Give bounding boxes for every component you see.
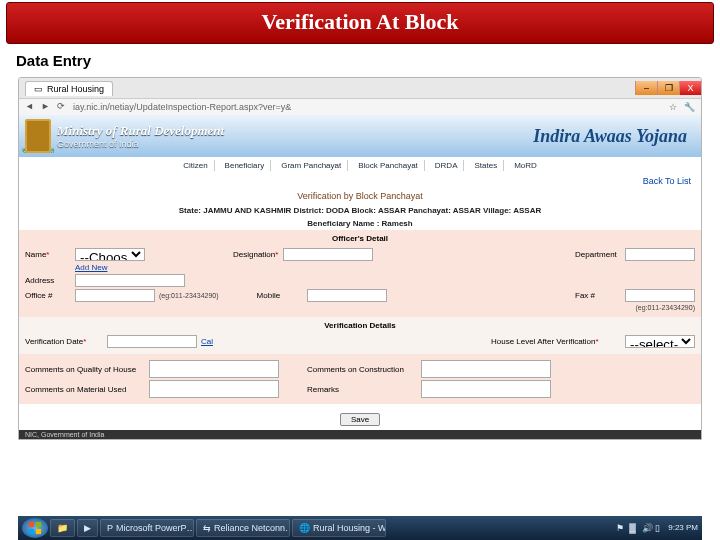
department-label: Department bbox=[575, 250, 621, 259]
fax-hint: (eg:011-23434290) bbox=[635, 304, 695, 311]
construction-comments-label: Comments on Construction bbox=[307, 365, 417, 374]
form-actions: Save bbox=[19, 404, 701, 430]
windows-logo-icon bbox=[28, 521, 42, 535]
svg-rect-1 bbox=[36, 522, 41, 527]
fax-input[interactable] bbox=[625, 289, 695, 302]
nav-citizen[interactable]: Citizen bbox=[177, 160, 214, 171]
tray-flag-icon[interactable]: ⚑ bbox=[616, 523, 626, 533]
taskbar-item-powerpoint[interactable]: PMicrosoft PowerP… bbox=[100, 519, 194, 537]
taskbar-clock[interactable]: 9:23 PM bbox=[668, 524, 698, 532]
nav-gram-panchayat[interactable]: Gram Panchayat bbox=[275, 160, 348, 171]
forward-icon[interactable]: ► bbox=[41, 101, 53, 113]
browser-tab[interactable]: ▭ Rural Housing bbox=[25, 81, 113, 96]
verification-panel-title: Verification Details bbox=[25, 321, 695, 333]
office-hint: (eg:011-23434290) bbox=[159, 292, 219, 299]
taskbar-item-browser[interactable]: 🌐Rural Housing - W… bbox=[292, 519, 386, 537]
section-title: Verification by Block Panchayat bbox=[19, 188, 701, 204]
svg-rect-0 bbox=[29, 522, 34, 527]
nav-mord[interactable]: MoRD bbox=[508, 160, 543, 171]
reload-icon[interactable]: ⟳ bbox=[57, 101, 69, 113]
nav-drda[interactable]: DRDA bbox=[429, 160, 465, 171]
nav-states[interactable]: States bbox=[468, 160, 504, 171]
designation-label: Designation bbox=[233, 250, 279, 259]
quality-comments-label: Comments on Quality of House bbox=[25, 365, 145, 374]
verification-date-label: Verification Date bbox=[25, 337, 103, 346]
address-label: Address bbox=[25, 276, 71, 285]
browser-window: ▭ Rural Housing – ❐ X ◄ ► ⟳ iay.nic.in/n… bbox=[18, 77, 702, 440]
bookmark-icon[interactable]: ☆ bbox=[667, 102, 679, 112]
svg-rect-2 bbox=[29, 529, 34, 534]
svg-rect-3 bbox=[36, 529, 41, 534]
beneficiary-row: Beneficiary Name : Ramesh bbox=[19, 217, 701, 230]
folder-icon: 📁 bbox=[57, 523, 68, 533]
address-input[interactable] bbox=[75, 274, 185, 287]
back-to-list-link[interactable]: Back To List bbox=[19, 174, 701, 188]
address-bar[interactable]: iay.nic.in/netiay/UpdateInspection-Repor… bbox=[73, 102, 663, 112]
globe-icon: 🌐 bbox=[299, 523, 310, 533]
officer-panel-title: Officer's Detail bbox=[25, 234, 695, 246]
remarks-label: Remarks bbox=[307, 385, 417, 394]
verification-date-input[interactable] bbox=[107, 335, 197, 348]
ministry-text: Ministry of Rural Development Government… bbox=[57, 123, 224, 149]
name-label: Name bbox=[25, 250, 71, 259]
browser-tabstrip: ▭ Rural Housing – ❐ X bbox=[19, 78, 701, 98]
brand-title: Indira Awaas Yojana bbox=[533, 126, 687, 147]
location-breadcrumb: State: JAMMU AND KASHMIR District: DODA … bbox=[19, 204, 701, 217]
window-maximize-button[interactable]: ❐ bbox=[657, 81, 679, 95]
tray-battery-icon[interactable]: ▯ bbox=[655, 523, 665, 533]
site-footer: NIC, Government of India bbox=[19, 430, 701, 439]
beneficiary-value: Ramesh bbox=[382, 219, 413, 228]
taskbar-item-media[interactable]: ▶ bbox=[77, 519, 98, 537]
gov-name: Government of India bbox=[57, 139, 224, 149]
designation-input[interactable] bbox=[283, 248, 373, 261]
site-banner: समाज शक्ति Ministry of Rural Development… bbox=[19, 115, 701, 157]
add-new-link[interactable]: Add New bbox=[75, 263, 107, 272]
emblem-icon bbox=[25, 119, 51, 153]
nav-block-panchayat[interactable]: Block Panchayat bbox=[352, 160, 425, 171]
office-phone-input[interactable] bbox=[75, 289, 155, 302]
browser-toolbar: ◄ ► ⟳ iay.nic.in/netiay/UpdateInspection… bbox=[19, 98, 701, 115]
material-comments-input[interactable] bbox=[149, 380, 279, 398]
name-select[interactable]: --Choose-- bbox=[75, 248, 145, 261]
material-comments-label: Comments on Material Used bbox=[25, 385, 145, 394]
calendar-link[interactable]: Cal bbox=[201, 337, 213, 346]
nav-beneficiary[interactable]: Beneficiary bbox=[219, 160, 272, 171]
slide-title: Verification At Block bbox=[6, 2, 714, 44]
comments-panel: Comments on Quality of House Comments on… bbox=[19, 354, 701, 404]
start-button[interactable] bbox=[22, 518, 48, 538]
windows-taskbar: 📁 ▶ PMicrosoft PowerP… ⇆Reliance Netconn… bbox=[18, 516, 702, 540]
network-icon: ⇆ bbox=[203, 523, 211, 533]
beneficiary-label: Beneficiary Name : bbox=[307, 219, 379, 228]
taskbar-item-netconnect[interactable]: ⇆Reliance Netconn… bbox=[196, 519, 290, 537]
settings-icon[interactable]: 🔧 bbox=[683, 102, 695, 112]
house-level-label: House Level After Verification bbox=[491, 337, 621, 346]
office-label: Office # bbox=[25, 291, 71, 300]
tray-volume-icon[interactable]: 🔊 bbox=[642, 523, 652, 533]
ministry-name: Ministry of Rural Development bbox=[57, 123, 224, 139]
fax-label: Fax # bbox=[575, 291, 621, 300]
page-icon: ▭ bbox=[34, 84, 43, 94]
top-nav: Citizen Beneficiary Gram Panchayat Block… bbox=[19, 157, 701, 174]
verification-panel: Verification Details Verification Date C… bbox=[19, 317, 701, 354]
mobile-input[interactable] bbox=[307, 289, 387, 302]
window-close-button[interactable]: X bbox=[679, 81, 701, 95]
officer-detail-panel: Officer's Detail Name --Choose-- Designa… bbox=[19, 230, 701, 317]
slide-subtitle: Data Entry bbox=[16, 52, 720, 69]
tray-network-icon[interactable]: ▓ bbox=[629, 523, 639, 533]
system-tray: ⚑ ▓ 🔊 ▯ 9:23 PM bbox=[616, 523, 698, 533]
quality-comments-input[interactable] bbox=[149, 360, 279, 378]
tab-title: Rural Housing bbox=[47, 84, 104, 94]
powerpoint-icon: P bbox=[107, 523, 113, 533]
media-icon: ▶ bbox=[84, 523, 91, 533]
mobile-label: Mobile bbox=[257, 291, 303, 300]
back-icon[interactable]: ◄ bbox=[25, 101, 37, 113]
remarks-input[interactable] bbox=[421, 380, 551, 398]
department-input[interactable] bbox=[625, 248, 695, 261]
construction-comments-input[interactable] bbox=[421, 360, 551, 378]
house-level-select[interactable]: --select-- bbox=[625, 335, 695, 348]
save-button[interactable]: Save bbox=[340, 413, 380, 426]
taskbar-item-explorer[interactable]: 📁 bbox=[50, 519, 75, 537]
window-minimize-button[interactable]: – bbox=[635, 81, 657, 95]
